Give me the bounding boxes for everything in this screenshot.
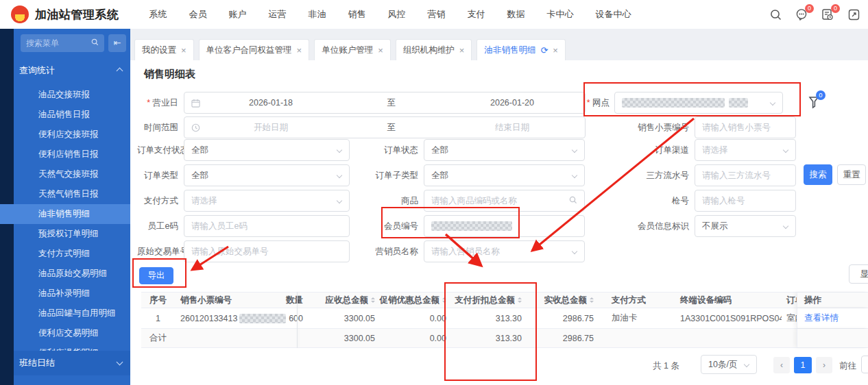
- field-订单支付状态-select[interactable]: 全部: [184, 139, 350, 161]
- field-商品-input[interactable]: 请输入商品编码或名称: [424, 190, 585, 212]
- search-icon: [91, 38, 99, 48]
- time-range-input[interactable]: 开始日期 至 结束日期: [184, 116, 586, 138]
- collapse-sidebar-icon[interactable]: ⇤: [108, 34, 126, 52]
- header-menu-item-营销[interactable]: 营销: [417, 0, 457, 29]
- message-icon[interactable]: 0: [794, 7, 809, 22]
- header-menu-item-风控[interactable]: 风控: [377, 0, 417, 29]
- table-cell: 1: [141, 308, 175, 328]
- tab-组织机构维护[interactable]: 组织机构维护×: [396, 39, 472, 60]
- cell-text: 序号: [149, 295, 167, 306]
- field-会员编号-input[interactable]: [424, 215, 585, 237]
- field-营销员名称-input[interactable]: 请输入营销员名称: [424, 240, 585, 262]
- field-支付方式-select[interactable]: 请选择: [184, 190, 350, 212]
- close-tab-icon[interactable]: ×: [378, 45, 383, 55]
- column-header-action: 操作: [797, 293, 868, 308]
- sidebar-item-油品补录明细[interactable]: 油品补录明细: [0, 284, 130, 303]
- header-menu-item-设备中心[interactable]: 设备中心: [585, 0, 642, 29]
- header-menu-item-销售[interactable]: 销售: [337, 0, 377, 29]
- business-day-start[interactable]: 2026-01-18: [205, 98, 337, 108]
- goto-page-input[interactable]: [861, 356, 868, 373]
- search-button[interactable]: 搜索: [804, 164, 832, 185]
- field-订单子类型-select[interactable]: 全部: [424, 164, 585, 186]
- sidebar-items: 油品交接班报油品销售日报便利店交接班报便利店销售日报天然气交接班报天然气销售日报…: [0, 85, 130, 363]
- sidebar-item-油品原始交易明细[interactable]: 油品原始交易明细: [0, 264, 130, 284]
- sidebar-group-query-stats[interactable]: 查询统计: [14, 59, 130, 82]
- site-filter-funnel-icon[interactable]: 0: [808, 95, 821, 112]
- field-会员信息标识-select[interactable]: 不展示: [695, 215, 796, 237]
- header-menu-item-账户[interactable]: 账户: [218, 0, 258, 29]
- sidebar-item-支付方式明细[interactable]: 支付方式明细: [0, 244, 130, 264]
- tab-油非销售明细[interactable]: 油非销售明细⟳×: [477, 39, 566, 60]
- sidebar-item-预授权订单明细[interactable]: 预授权订单明细: [0, 224, 130, 244]
- cell-text: 应收总金额: [326, 295, 369, 306]
- time-range-start-placeholder[interactable]: 开始日期: [205, 122, 337, 134]
- close-tab-icon[interactable]: ×: [181, 45, 186, 55]
- receipt-no-input[interactable]: 请输入销售小票号: [695, 116, 796, 138]
- header-menu-item-会员[interactable]: 会员: [178, 0, 218, 29]
- field-placeholder: 请输入商品编码或名称: [431, 195, 517, 207]
- sidebar-search-input[interactable]: 搜索菜单: [21, 34, 104, 52]
- top-header: 加油站管理系统 系统会员账户运营非油销售风控营销支付数据卡中心设备中心 0 0: [0, 0, 868, 29]
- tab-单位账户管理[interactable]: 单位账户管理×: [314, 39, 391, 60]
- sidebar-item-便利店交易明细[interactable]: 便利店交易明细: [0, 323, 130, 343]
- time-range-end-placeholder[interactable]: 结束日期: [446, 122, 578, 134]
- field-员工e码-input[interactable]: 请输入员工e码: [184, 215, 350, 237]
- field-订单状态-select[interactable]: 全部: [424, 139, 585, 161]
- task-list-icon[interactable]: 0: [820, 7, 835, 22]
- prev-page-button[interactable]: ‹: [773, 357, 790, 373]
- field-value: 全部: [191, 145, 208, 156]
- message-badge: 0: [805, 4, 814, 13]
- page-size-select[interactable]: 10条/页: [701, 355, 757, 374]
- petro-logo-icon: [11, 5, 29, 23]
- header-menu-item-数据[interactable]: 数据: [496, 0, 536, 29]
- reset-button[interactable]: 重置: [837, 164, 866, 185]
- tab-label: 油非销售明细: [484, 45, 535, 56]
- header-menu-item-支付[interactable]: 支付: [457, 0, 496, 29]
- field-label-三方流水号: 三方流水号: [590, 170, 689, 182]
- site-select[interactable]: [614, 92, 783, 114]
- sort-icon[interactable]: [518, 295, 522, 305]
- sidebar-item-天然气交接班报[interactable]: 天然气交接班报: [0, 164, 130, 184]
- fullscreen-icon[interactable]: [846, 7, 861, 22]
- sidebar-item-油非销售明细[interactable]: 油非销售明细: [0, 204, 130, 224]
- view-detail-link[interactable]: 查看详情: [804, 312, 839, 324]
- field-枪号-input[interactable]: 请输入枪号: [695, 190, 796, 212]
- sidebar-item-油品销售日报[interactable]: 油品销售日报: [0, 105, 130, 125]
- table-cell: 2986.75: [526, 308, 598, 328]
- sort-icon[interactable]: [442, 295, 446, 305]
- field-订单类型-select[interactable]: 全部: [184, 164, 350, 186]
- tab-label: 单位客户合同权益管理: [206, 45, 292, 56]
- header-menu-item-卡中心[interactable]: 卡中心: [536, 0, 585, 29]
- search-icon[interactable]: [768, 7, 783, 22]
- close-tab-icon[interactable]: ×: [297, 45, 302, 55]
- sidebar-item-便利店交接班报[interactable]: 便利店交接班报: [0, 125, 130, 145]
- field-label-商品: 商品: [355, 195, 418, 207]
- field-value: 不展示: [702, 221, 728, 232]
- close-tab-icon[interactable]: ×: [459, 45, 465, 55]
- column-settings-button[interactable]: 显: [849, 264, 868, 284]
- sidebar-item-油品交接班报[interactable]: 油品交接班报: [0, 85, 130, 105]
- cell-text: 销售小票编号: [180, 295, 232, 306]
- sidebar-item-油品回罐与自用明细[interactable]: 油品回罐与自用明细: [0, 303, 130, 323]
- next-page-button[interactable]: ›: [816, 357, 832, 373]
- business-day-end[interactable]: 2026-01-20: [446, 98, 578, 108]
- sidebar-item-便利店销售日报[interactable]: 便利店销售日报: [0, 145, 130, 164]
- field-三方流水号-input[interactable]: 请输入三方流水号: [695, 164, 796, 186]
- business-day-range-input[interactable]: 2026-01-18 至 2026-01-20: [184, 92, 586, 114]
- sort-icon[interactable]: [590, 295, 594, 305]
- refresh-icon[interactable]: ⟳: [540, 45, 548, 55]
- tab-我的设置[interactable]: 我的设置×: [134, 39, 194, 60]
- cell-text: 1A3301C001S091RPOS04: [680, 314, 782, 323]
- close-tab-icon[interactable]: ×: [553, 45, 558, 55]
- header-menu-item-非油[interactable]: 非油: [298, 0, 337, 29]
- field-原始交易单号-input[interactable]: 请输入原始交易单号: [184, 240, 350, 262]
- sort-icon[interactable]: [371, 295, 375, 305]
- cell-text: 313.30: [496, 314, 522, 323]
- sidebar-item-天然气销售日报[interactable]: 天然气销售日报: [0, 184, 130, 204]
- tab-单位客户合同权益管理[interactable]: 单位客户合同权益管理×: [199, 39, 310, 60]
- header-menu-item-运营[interactable]: 运营: [258, 0, 298, 29]
- page-1-button[interactable]: 1: [794, 357, 812, 373]
- field-订单渠道-select[interactable]: 请选择: [695, 139, 796, 161]
- export-button[interactable]: 导出: [139, 267, 173, 284]
- header-menu-item-系统[interactable]: 系统: [138, 0, 178, 29]
